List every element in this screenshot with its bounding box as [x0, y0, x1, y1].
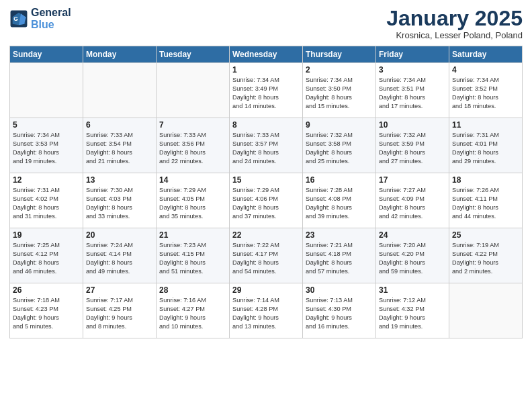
calendar-cell: 26Sunrise: 7:18 AM Sunset: 4:23 PM Dayli… [10, 283, 83, 338]
day-number: 12 [13, 175, 80, 185]
cell-daylight-text: Sunrise: 7:31 AM Sunset: 4:01 PM Dayligh… [452, 131, 519, 166]
cell-daylight-text: Sunrise: 7:30 AM Sunset: 4:03 PM Dayligh… [86, 186, 153, 221]
cell-daylight-text: Sunrise: 7:27 AM Sunset: 4:09 PM Dayligh… [379, 186, 446, 221]
day-number: 19 [13, 230, 80, 240]
day-number: 16 [306, 175, 373, 185]
day-number: 4 [452, 65, 519, 75]
calendar-cell: 7Sunrise: 7:33 AM Sunset: 3:56 PM Daylig… [157, 118, 230, 173]
col-friday: Friday [376, 46, 449, 63]
calendar-table: Sunday Monday Tuesday Wednesday Thursday… [9, 46, 523, 338]
day-number: 3 [379, 65, 446, 75]
calendar-cell: 11Sunrise: 7:31 AM Sunset: 4:01 PM Dayli… [449, 118, 523, 173]
cell-daylight-text: Sunrise: 7:33 AM Sunset: 3:56 PM Dayligh… [159, 131, 226, 166]
cell-daylight-text: Sunrise: 7:18 AM Sunset: 4:23 PM Dayligh… [13, 296, 80, 331]
col-monday: Monday [83, 46, 157, 63]
cell-daylight-text: Sunrise: 7:12 AM Sunset: 4:32 PM Dayligh… [379, 296, 446, 331]
day-number: 9 [306, 120, 373, 130]
calendar-cell: 13Sunrise: 7:30 AM Sunset: 4:03 PM Dayli… [83, 173, 157, 228]
day-number: 30 [306, 285, 373, 295]
calendar-week-row-2: 5Sunrise: 7:34 AM Sunset: 3:53 PM Daylig… [10, 118, 523, 173]
cell-daylight-text: Sunrise: 7:33 AM Sunset: 3:54 PM Dayligh… [86, 131, 153, 166]
day-number: 18 [452, 175, 519, 185]
cell-daylight-text: Sunrise: 7:23 AM Sunset: 4:15 PM Dayligh… [159, 241, 226, 276]
calendar-cell [449, 283, 523, 338]
day-number: 27 [86, 285, 153, 295]
calendar-cell: 3Sunrise: 7:34 AM Sunset: 3:51 PM Daylig… [376, 63, 449, 118]
calendar-cell: 9Sunrise: 7:32 AM Sunset: 3:58 PM Daylig… [303, 118, 376, 173]
day-number: 31 [379, 285, 446, 295]
calendar-cell: 22Sunrise: 7:22 AM Sunset: 4:17 PM Dayli… [230, 228, 303, 283]
day-number: 26 [13, 285, 80, 295]
calendar-cell: 15Sunrise: 7:29 AM Sunset: 4:06 PM Dayli… [230, 173, 303, 228]
calendar-cell: 1Sunrise: 7:34 AM Sunset: 3:49 PM Daylig… [230, 63, 303, 118]
cell-daylight-text: Sunrise: 7:29 AM Sunset: 4:06 PM Dayligh… [232, 186, 300, 221]
cell-daylight-text: Sunrise: 7:33 AM Sunset: 3:57 PM Dayligh… [232, 131, 300, 166]
day-number: 21 [159, 230, 226, 240]
calendar-cell: 8Sunrise: 7:33 AM Sunset: 3:57 PM Daylig… [230, 118, 303, 173]
cell-daylight-text: Sunrise: 7:34 AM Sunset: 3:49 PM Dayligh… [232, 76, 300, 111]
calendar-cell: 20Sunrise: 7:24 AM Sunset: 4:14 PM Dayli… [83, 228, 157, 283]
calendar-cell: 29Sunrise: 7:14 AM Sunset: 4:28 PM Dayli… [230, 283, 303, 338]
day-number: 14 [159, 175, 226, 185]
cell-daylight-text: Sunrise: 7:34 AM Sunset: 3:50 PM Dayligh… [306, 76, 373, 111]
calendar-header-row: Sunday Monday Tuesday Wednesday Thursday… [10, 46, 523, 63]
logo: G General Blue [9, 7, 71, 30]
day-number: 23 [306, 230, 373, 240]
calendar-cell: 17Sunrise: 7:27 AM Sunset: 4:09 PM Dayli… [376, 173, 449, 228]
cell-daylight-text: Sunrise: 7:32 AM Sunset: 3:58 PM Dayligh… [306, 131, 373, 166]
cell-daylight-text: Sunrise: 7:14 AM Sunset: 4:28 PM Dayligh… [232, 296, 300, 331]
day-number: 13 [86, 175, 153, 185]
cell-daylight-text: Sunrise: 7:16 AM Sunset: 4:27 PM Dayligh… [159, 296, 226, 331]
cell-daylight-text: Sunrise: 7:29 AM Sunset: 4:05 PM Dayligh… [159, 186, 226, 221]
calendar-cell [10, 63, 83, 118]
cell-daylight-text: Sunrise: 7:24 AM Sunset: 4:14 PM Dayligh… [86, 241, 153, 276]
month-title: January 2025 [386, 7, 523, 30]
calendar-cell [157, 63, 230, 118]
day-number: 7 [159, 120, 226, 130]
day-number: 24 [379, 230, 446, 240]
day-number: 20 [86, 230, 153, 240]
logo-text: General Blue [31, 7, 71, 30]
calendar-cell: 30Sunrise: 7:13 AM Sunset: 4:30 PM Dayli… [303, 283, 376, 338]
calendar-cell: 18Sunrise: 7:26 AM Sunset: 4:11 PM Dayli… [449, 173, 523, 228]
day-number: 5 [13, 120, 80, 130]
day-number: 25 [452, 230, 519, 240]
calendar-cell: 28Sunrise: 7:16 AM Sunset: 4:27 PM Dayli… [157, 283, 230, 338]
calendar-cell: 24Sunrise: 7:20 AM Sunset: 4:20 PM Dayli… [376, 228, 449, 283]
cell-daylight-text: Sunrise: 7:19 AM Sunset: 4:22 PM Dayligh… [452, 241, 519, 276]
cell-daylight-text: Sunrise: 7:28 AM Sunset: 4:08 PM Dayligh… [306, 186, 373, 221]
calendar-cell: 6Sunrise: 7:33 AM Sunset: 3:54 PM Daylig… [83, 118, 157, 173]
cell-daylight-text: Sunrise: 7:34 AM Sunset: 3:53 PM Dayligh… [13, 131, 80, 166]
day-number: 22 [232, 230, 300, 240]
cell-daylight-text: Sunrise: 7:32 AM Sunset: 3:59 PM Dayligh… [379, 131, 446, 166]
day-number: 6 [86, 120, 153, 130]
cell-daylight-text: Sunrise: 7:21 AM Sunset: 4:18 PM Dayligh… [306, 241, 373, 276]
calendar-cell: 5Sunrise: 7:34 AM Sunset: 3:53 PM Daylig… [10, 118, 83, 173]
page: G General Blue January 2025 Krosnica, Le… [0, 0, 532, 411]
cell-daylight-text: Sunrise: 7:25 AM Sunset: 4:12 PM Dayligh… [13, 241, 80, 276]
calendar-week-row-3: 12Sunrise: 7:31 AM Sunset: 4:02 PM Dayli… [10, 173, 523, 228]
col-tuesday: Tuesday [157, 46, 230, 63]
svg-text:G: G [13, 15, 18, 22]
day-number: 17 [379, 175, 446, 185]
calendar-cell: 25Sunrise: 7:19 AM Sunset: 4:22 PM Dayli… [449, 228, 523, 283]
calendar-cell: 4Sunrise: 7:34 AM Sunset: 3:52 PM Daylig… [449, 63, 523, 118]
calendar-week-row-4: 19Sunrise: 7:25 AM Sunset: 4:12 PM Dayli… [10, 228, 523, 283]
calendar-cell: 23Sunrise: 7:21 AM Sunset: 4:18 PM Dayli… [303, 228, 376, 283]
day-number: 28 [159, 285, 226, 295]
calendar-cell: 27Sunrise: 7:17 AM Sunset: 4:25 PM Dayli… [83, 283, 157, 338]
col-thursday: Thursday [303, 46, 376, 63]
calendar-cell: 14Sunrise: 7:29 AM Sunset: 4:05 PM Dayli… [157, 173, 230, 228]
cell-daylight-text: Sunrise: 7:26 AM Sunset: 4:11 PM Dayligh… [452, 186, 519, 221]
calendar-cell: 12Sunrise: 7:31 AM Sunset: 4:02 PM Dayli… [10, 173, 83, 228]
calendar-cell: 21Sunrise: 7:23 AM Sunset: 4:15 PM Dayli… [157, 228, 230, 283]
col-wednesday: Wednesday [230, 46, 303, 63]
day-number: 15 [232, 175, 300, 185]
col-sunday: Sunday [10, 46, 83, 63]
day-number: 2 [306, 65, 373, 75]
logo-icon: G [9, 9, 28, 28]
cell-daylight-text: Sunrise: 7:22 AM Sunset: 4:17 PM Dayligh… [232, 241, 300, 276]
calendar-cell: 16Sunrise: 7:28 AM Sunset: 4:08 PM Dayli… [303, 173, 376, 228]
calendar-cell: 31Sunrise: 7:12 AM Sunset: 4:32 PM Dayli… [376, 283, 449, 338]
calendar-cell: 2Sunrise: 7:34 AM Sunset: 3:50 PM Daylig… [303, 63, 376, 118]
